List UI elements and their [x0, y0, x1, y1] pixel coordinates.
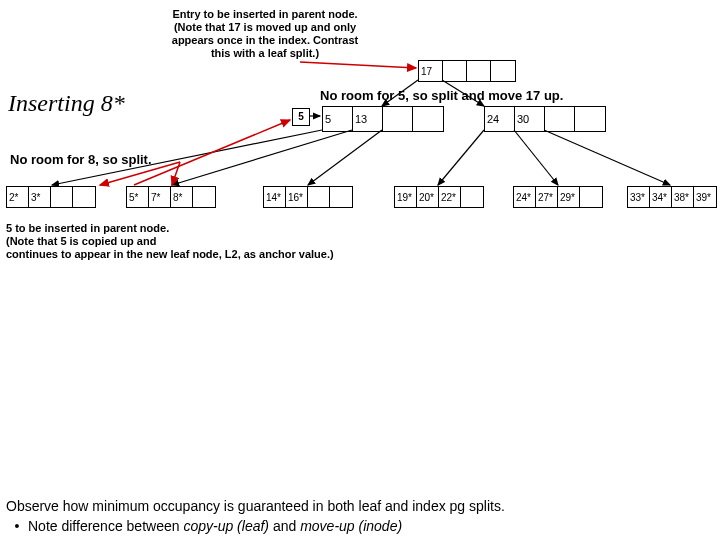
- svg-line-5: [172, 130, 352, 185]
- cell: [467, 61, 491, 81]
- observation-2: •Note difference between copy-up (leaf) …: [6, 518, 402, 534]
- cell: [330, 187, 352, 207]
- annot-b3: continues to appear in the new leaf node…: [6, 248, 334, 261]
- cell: 5: [323, 107, 353, 131]
- cell: [383, 107, 413, 131]
- svg-line-12: [134, 120, 290, 185]
- cell: 30: [515, 107, 545, 131]
- cell: 33*: [628, 187, 650, 207]
- cell: 34*: [650, 187, 672, 207]
- term-copyup: copy-up (leaf): [183, 518, 269, 534]
- node-leaf-3: 14* 16*: [263, 186, 353, 208]
- cell: 3*: [29, 187, 51, 207]
- annot-l3: appears once in the index. Contrast: [160, 34, 370, 47]
- cell: 19*: [395, 187, 417, 207]
- annot-l4: this with a leaf split.): [160, 47, 370, 60]
- observation-1: Observe how minimum occupancy is guarant…: [6, 498, 505, 514]
- annotation-moveup: Entry to be inserted in parent node. (No…: [160, 8, 370, 60]
- msg-noroom-5: No room for 5, so split and move 17 up.: [320, 88, 563, 103]
- cell: 39*: [694, 187, 716, 207]
- cell: 16*: [286, 187, 308, 207]
- cell: 38*: [672, 187, 694, 207]
- node-leaf-1: 2* 3*: [6, 186, 96, 208]
- cell: 14*: [264, 187, 286, 207]
- cell: 22*: [439, 187, 461, 207]
- svg-line-6: [308, 130, 382, 185]
- annot-b2: (Note that 5 is copied up and: [6, 235, 334, 248]
- cell: 24: [485, 107, 515, 131]
- node-newroot: 17: [418, 60, 516, 82]
- cell: 7*: [149, 187, 171, 207]
- bullet-icon: •: [6, 518, 28, 534]
- node-leaf-6: 33* 34* 38* 39*: [627, 186, 717, 208]
- node-leaf-5: 24* 27* 29*: [513, 186, 603, 208]
- msg-noroom-8: No room for 8, so split.: [10, 152, 152, 167]
- cell: 5*: [127, 187, 149, 207]
- svg-line-7: [438, 130, 484, 185]
- cell: 17: [419, 61, 443, 81]
- term-moveup: move-up (inode): [300, 518, 402, 534]
- cell: [193, 187, 215, 207]
- cell: [580, 187, 602, 207]
- cell: [73, 187, 95, 207]
- cell: [545, 107, 575, 131]
- svg-line-8: [514, 130, 558, 185]
- annot-b1: 5 to be inserted in parent node.: [6, 222, 334, 235]
- cell: [443, 61, 467, 81]
- arrows-layer: [0, 0, 720, 540]
- annot-l2: (Note that 17 is moved up and only: [160, 21, 370, 34]
- svg-line-0: [300, 62, 416, 68]
- page-title: Inserting 8*: [8, 90, 125, 117]
- cell: [575, 107, 605, 131]
- node-leaf-4: 19* 20* 22*: [394, 186, 484, 208]
- cell: [308, 187, 330, 207]
- cell: [491, 61, 515, 81]
- cell: 27*: [536, 187, 558, 207]
- node-idx-left: 5 13: [322, 106, 444, 132]
- cell: 20*: [417, 187, 439, 207]
- cell: 29*: [558, 187, 580, 207]
- cell: [461, 187, 483, 207]
- cell: 13: [353, 107, 383, 131]
- node-five: 5: [292, 108, 310, 126]
- cell: 8*: [171, 187, 193, 207]
- annotation-copyup: 5 to be inserted in parent node. (Note t…: [6, 222, 334, 261]
- cell: 2*: [7, 187, 29, 207]
- node-leaf-2: 5* 7* 8*: [126, 186, 216, 208]
- annot-l1: Entry to be inserted in parent node.: [160, 8, 370, 21]
- svg-line-11: [172, 162, 180, 185]
- cell: [413, 107, 443, 131]
- cell: [51, 187, 73, 207]
- node-idx-right: 24 30: [484, 106, 606, 132]
- cell: 24*: [514, 187, 536, 207]
- svg-line-9: [544, 130, 670, 185]
